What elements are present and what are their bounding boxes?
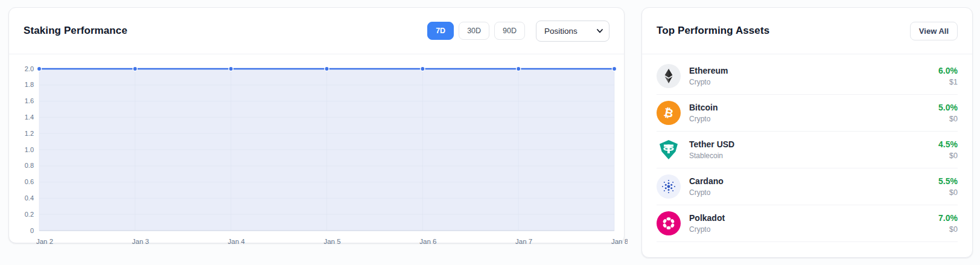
x-axis-tick: Jan 5 [323, 238, 340, 245]
chart-controls: 7D30D90D Positions [427, 21, 609, 42]
x-axis-tick: Jan 3 [132, 238, 149, 245]
staking-card-title: Staking Performance [24, 25, 127, 37]
top-assets-header: Top Performing Assets View All [642, 8, 972, 54]
x-axis-tick: Jan 7 [515, 238, 532, 245]
asset-list: Ethereum Crypto 6.0% $1 ₿ Bitcoin Crypto… [642, 54, 972, 242]
x-axis-tick: Jan 4 [228, 238, 246, 245]
asset-value: $0 [938, 115, 958, 123]
dashboard-page: Staking Performance 7D30D90D Positions 2… [0, 0, 980, 265]
asset-category: Crypto [689, 188, 938, 197]
asset-category: Crypto [689, 225, 938, 234]
data-point[interactable] [421, 66, 425, 71]
range-button-group: 7D30D90D [427, 22, 525, 40]
asset-category: Stablecoin [689, 152, 938, 160]
asset-row[interactable]: Cardano Crypto 5.5% $0 [657, 168, 958, 205]
ethereum-icon [657, 64, 681, 88]
x-axis-tick: Jan 2 [36, 238, 53, 245]
metric-select[interactable]: Positions [536, 21, 609, 42]
data-point[interactable] [133, 66, 137, 71]
asset-value: $0 [938, 225, 958, 234]
cardano-icon [657, 174, 681, 199]
bitcoin-icon: ₿ [657, 101, 681, 125]
asset-category: Crypto [689, 115, 938, 123]
metric-select-wrap: Positions [536, 21, 609, 42]
x-axis-tick: Jan 8 [611, 238, 628, 245]
tether-icon [657, 138, 681, 162]
asset-category: Crypto [689, 78, 938, 86]
y-axis-tick: 1.6 [25, 97, 34, 104]
asset-value: $0 [938, 188, 958, 197]
asset-name: Cardano [689, 176, 938, 187]
y-axis-tick: 0 [30, 227, 34, 234]
asset-change: 5.0% [938, 103, 958, 113]
y-axis-tick: 0.8 [25, 162, 34, 169]
range-button-90d[interactable]: 90D [494, 22, 525, 40]
staking-chart-canvas[interactable]: 2.01.81.61.41.21.00.80.60.40.20Jan 2Jan … [13, 63, 628, 251]
top-assets-title: Top Performing Assets [657, 25, 769, 37]
staking-performance-card: Staking Performance 7D30D90D Positions 2… [8, 7, 625, 243]
asset-row[interactable]: Ethereum Crypto 6.0% $1 [657, 58, 958, 95]
y-axis-tick: 1.2 [25, 130, 34, 137]
y-axis-tick: 0.6 [25, 178, 34, 185]
y-axis-tick: 2.0 [25, 65, 34, 72]
asset-name: Polkadot [689, 213, 938, 224]
asset-change: 5.5% [938, 176, 958, 187]
asset-change: 4.5% [938, 139, 958, 150]
asset-name: Bitcoin [689, 103, 938, 113]
asset-row[interactable]: Polkadot Crypto 7.0% $0 [657, 205, 958, 242]
asset-name: Tether USD [689, 139, 938, 150]
polkadot-icon [657, 211, 681, 235]
staking-chart[interactable]: 2.01.81.61.41.21.00.80.60.40.20Jan 2Jan … [9, 54, 624, 254]
y-axis-tick: 1.4 [25, 113, 34, 121]
data-point[interactable] [229, 66, 233, 71]
view-all-button[interactable]: View All [910, 22, 958, 40]
asset-change: 7.0% [938, 213, 958, 224]
y-axis-tick: 0.2 [25, 211, 34, 218]
data-point[interactable] [325, 66, 329, 71]
top-assets-card: Top Performing Assets View All Ethereum … [641, 7, 973, 258]
asset-row[interactable]: Tether USD Stablecoin 4.5% $0 [657, 132, 958, 168]
asset-value: $0 [938, 152, 958, 160]
data-point[interactable] [517, 66, 521, 71]
asset-name: Ethereum [689, 66, 938, 77]
asset-value: $1 [938, 78, 958, 86]
y-axis-tick: 0.4 [25, 194, 34, 202]
data-point[interactable] [37, 66, 41, 71]
x-axis-tick: Jan 6 [419, 238, 436, 245]
y-axis-tick: 1.8 [25, 81, 34, 88]
y-axis-tick: 1.0 [25, 146, 34, 153]
data-point[interactable] [612, 66, 616, 71]
staking-card-header: Staking Performance 7D30D90D Positions [9, 8, 624, 54]
asset-row[interactable]: ₿ Bitcoin Crypto 5.0% $0 [657, 95, 958, 132]
range-button-30d[interactable]: 30D [459, 22, 489, 40]
range-button-7d[interactable]: 7D [427, 22, 454, 40]
asset-change: 6.0% [938, 66, 958, 77]
